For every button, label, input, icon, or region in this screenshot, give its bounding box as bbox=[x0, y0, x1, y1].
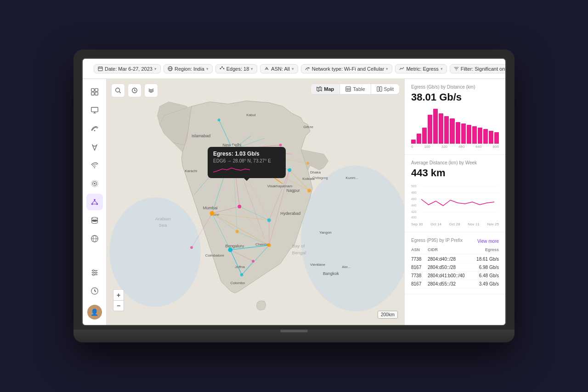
svg-text:Bay of: Bay of bbox=[292, 243, 305, 248]
search-map-button[interactable] bbox=[111, 84, 125, 97]
svg-point-21 bbox=[94, 199, 96, 201]
sidebar-item-globe[interactable] bbox=[86, 230, 103, 247]
ip-prefix-title: Egress (P95) by IP Prefix bbox=[411, 238, 463, 243]
sliders-icon bbox=[90, 269, 99, 277]
svg-point-98 bbox=[288, 168, 291, 172]
nodes-icon bbox=[90, 198, 99, 206]
zoom-out-button[interactable]: − bbox=[113, 300, 124, 311]
sidebar-item-history[interactable] bbox=[86, 283, 103, 299]
svg-text:500: 500 bbox=[411, 185, 417, 188]
svg-text:Coimbatore: Coimbatore bbox=[205, 253, 225, 258]
edges-icon bbox=[220, 66, 225, 71]
line-chart-svg: 500 480 460 440 420 400 bbox=[411, 183, 499, 219]
svg-text:Bengal: Bengal bbox=[292, 250, 306, 255]
svg-text:Hyderabad: Hyderabad bbox=[281, 211, 301, 216]
bar-chart-bar bbox=[489, 131, 493, 144]
map-view-button[interactable]: Map bbox=[311, 84, 339, 94]
sidebar-item-dashboard[interactable] bbox=[86, 84, 103, 100]
svg-text:Mumbai: Mumbai bbox=[203, 206, 218, 210]
svg-point-10 bbox=[307, 69, 308, 70]
split-icon bbox=[377, 86, 382, 92]
svg-text:Karachi: Karachi bbox=[185, 169, 197, 173]
svg-text:Visakhapatnam: Visakhapatnam bbox=[267, 184, 293, 188]
region-filter[interactable]: Region: India ▾ bbox=[164, 64, 213, 73]
laptop-screen: Date: Mar 6-27, 2023 ▾ Region: India ▾ E… bbox=[82, 58, 506, 326]
sidebar-item-database[interactable] bbox=[86, 212, 103, 229]
bar-chart-bar bbox=[456, 122, 460, 144]
significance-filter[interactable]: Filter: Significant only ▾ bbox=[450, 64, 506, 73]
svg-point-101 bbox=[237, 205, 241, 208]
sidebar-item-broadcast[interactable] bbox=[86, 175, 103, 192]
svg-text:Kabul: Kabul bbox=[246, 113, 256, 117]
sidebar-item-wifi[interactable] bbox=[86, 157, 103, 174]
tooltip-arrow bbox=[244, 178, 249, 181]
network-icon bbox=[305, 66, 310, 71]
svg-text:Kunm...: Kunm... bbox=[346, 176, 358, 180]
distance-chart: 500 480 460 440 420 400 bbox=[411, 183, 499, 226]
date-filter[interactable]: Date: Mar 6-27, 2023 ▾ bbox=[94, 64, 161, 73]
chevron-icon: ▾ bbox=[154, 67, 157, 71]
table-row: 7738 2804:d41:b00::/40 6.48 Gb/s bbox=[411, 272, 499, 280]
svg-text:440: 440 bbox=[411, 204, 417, 207]
svg-text:Sea: Sea bbox=[159, 223, 167, 228]
svg-point-107 bbox=[190, 246, 193, 249]
svg-point-18 bbox=[94, 183, 96, 185]
svg-point-24 bbox=[91, 217, 97, 219]
bar-chart bbox=[411, 107, 499, 144]
svg-point-16 bbox=[94, 130, 95, 131]
topbar: Date: Mar 6-27, 2023 ▾ Region: India ▾ E… bbox=[83, 59, 505, 79]
chevron-icon: ▾ bbox=[251, 67, 253, 71]
svg-rect-115 bbox=[377, 87, 379, 91]
sparkline-chart bbox=[213, 165, 250, 174]
sidebar-item-signal[interactable] bbox=[86, 120, 103, 137]
globe-nav-icon bbox=[90, 235, 99, 243]
asn-filter[interactable]: ASN: All ▾ bbox=[260, 64, 298, 73]
calendar-icon bbox=[98, 66, 103, 71]
table-view-button[interactable]: Table bbox=[339, 84, 370, 94]
ip-prefix-header: Egress (P95) by IP Prefix View more bbox=[411, 238, 499, 245]
chevron-icon: ▾ bbox=[206, 67, 209, 71]
bar-chart-bar bbox=[494, 132, 499, 144]
sidebar-item-tower[interactable] bbox=[86, 139, 103, 155]
layers-map-button[interactable] bbox=[144, 84, 158, 97]
right-panel: Egress (Gb/s) by Distance (km) 38.01 Gb/… bbox=[404, 79, 505, 325]
sidebar-item-nodes[interactable] bbox=[86, 194, 103, 210]
svg-text:400: 400 bbox=[411, 216, 417, 219]
svg-rect-12 bbox=[95, 89, 97, 91]
svg-text:Jaffna: Jaffna bbox=[235, 265, 245, 269]
ip-prefix-table-header: ASN CIDR Egress bbox=[411, 246, 499, 254]
svg-text:420: 420 bbox=[411, 210, 417, 213]
svg-text:Gêrze: Gêrze bbox=[303, 125, 313, 129]
wifi-icon bbox=[90, 161, 99, 169]
tooltip-subtitle: EDG6 → 28.08° N, 73.27° E bbox=[213, 158, 280, 163]
bar-chart-bar bbox=[444, 116, 449, 144]
metric-filter[interactable]: Metric: Egress ▾ bbox=[395, 64, 447, 73]
user-avatar[interactable]: 👤 bbox=[86, 304, 103, 320]
egress-chart: 0 100 320 480 640 800 bbox=[411, 107, 499, 149]
svg-text:Islamabad: Islamabad bbox=[192, 134, 210, 138]
svg-text:Bangkok: Bangkok bbox=[323, 271, 339, 276]
edges-filter[interactable]: Edges: 18 ▾ bbox=[215, 64, 258, 73]
history-map-button[interactable] bbox=[128, 84, 141, 97]
bar-chart-bar bbox=[433, 109, 438, 144]
svg-point-105 bbox=[240, 273, 243, 276]
svg-point-109 bbox=[306, 162, 309, 165]
avatar-image: 👤 bbox=[87, 305, 102, 319]
split-view-button[interactable]: Split bbox=[371, 84, 399, 94]
distance-section-title: Average Distance (km) by Week bbox=[411, 160, 499, 165]
tooltip-title: Egress: 1.03 Gb/s bbox=[213, 151, 280, 157]
egress-section-title: Egress (Gb/s) by Distance (km) bbox=[411, 84, 499, 90]
layers-icon bbox=[148, 87, 154, 94]
search-icon bbox=[115, 87, 121, 94]
svg-point-99 bbox=[228, 247, 232, 252]
laptop-notch bbox=[280, 330, 308, 332]
zoom-in-button[interactable]: + bbox=[113, 289, 124, 300]
network-filter[interactable]: Network type: Wi-Fi and Cellular ▾ bbox=[301, 64, 393, 73]
svg-rect-15 bbox=[91, 107, 97, 112]
svg-text:480: 480 bbox=[411, 191, 417, 194]
sidebar-item-settings[interactable] bbox=[86, 264, 103, 281]
view-more-link[interactable]: View more bbox=[477, 239, 499, 244]
bar-chart-bar bbox=[439, 113, 443, 144]
svg-text:460: 460 bbox=[411, 197, 417, 201]
sidebar-item-monitor[interactable] bbox=[86, 102, 103, 118]
